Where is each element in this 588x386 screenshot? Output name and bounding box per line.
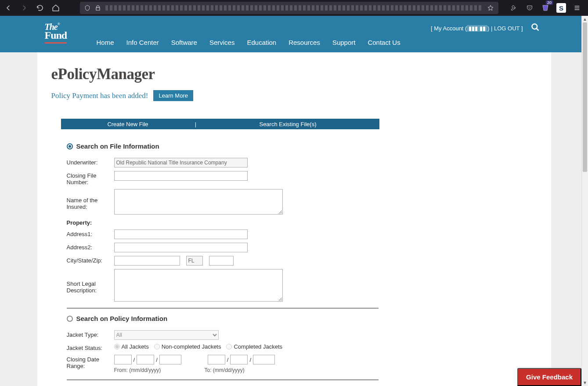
page-body: ePolicyManager Policy Payment has been a… xyxy=(37,52,551,386)
to-hint: To: (mm/dd/yyyy) xyxy=(205,367,245,373)
lock-icon xyxy=(95,5,101,11)
label-insured: Name of the Insured: xyxy=(67,189,114,210)
divider-2 xyxy=(67,379,379,380)
city-input[interactable] xyxy=(114,256,180,266)
notice-message: Policy Payment has been added! xyxy=(51,91,148,100)
address1-input[interactable] xyxy=(114,229,248,239)
radio-completed-jackets[interactable]: Completed Jackets xyxy=(226,343,282,350)
hamburger-icon[interactable] xyxy=(572,3,582,13)
shield-icon xyxy=(84,5,90,11)
underwriter-input xyxy=(114,158,248,168)
from-dd-input[interactable] xyxy=(137,355,154,364)
to-yyyy-input[interactable] xyxy=(253,355,275,364)
nav-education[interactable]: Education xyxy=(247,39,276,46)
to-dd-input[interactable] xyxy=(230,355,248,364)
address-bar[interactable] xyxy=(80,2,498,14)
search-icon[interactable] xyxy=(531,23,540,34)
tab-search-existing-files[interactable]: Search Existing File(s) xyxy=(197,119,379,129)
forward-icon[interactable] xyxy=(19,3,29,13)
logout-link[interactable]: LOG OUT ] xyxy=(494,25,523,32)
badge-count: 20 xyxy=(546,0,553,5)
divider-1 xyxy=(67,308,379,309)
nav-software[interactable]: Software xyxy=(171,39,197,46)
radio-noncompleted-jackets[interactable]: Non-completed Jackets xyxy=(154,343,221,350)
svg-point-0 xyxy=(532,24,537,29)
label-legal-description: Short Legal Description: xyxy=(67,269,114,294)
jacket-type-select[interactable]: All xyxy=(114,330,219,340)
bookmark-star-icon[interactable] xyxy=(487,4,494,11)
legal-description-textarea[interactable] xyxy=(114,269,283,302)
account-code: ▮▮▮ ▮▮ xyxy=(467,25,487,32)
section-file-info-head[interactable]: Search on File Information xyxy=(67,142,379,150)
scroll-up-icon[interactable]: ▲ xyxy=(582,16,588,22)
insured-textarea[interactable] xyxy=(114,189,283,215)
zip-input[interactable] xyxy=(209,256,234,266)
label-city-state-zip: City/State/Zip: xyxy=(67,256,114,264)
url-blurred xyxy=(105,5,483,11)
site-header: The® Fund Home Info Center Software Serv… xyxy=(0,16,588,52)
back-icon[interactable] xyxy=(4,3,13,13)
state-input xyxy=(186,256,203,266)
scroll-thumb[interactable] xyxy=(583,22,587,172)
address2-input[interactable] xyxy=(114,243,248,252)
vertical-scrollbar[interactable]: ▲ ▼ xyxy=(581,16,588,386)
home-icon[interactable] xyxy=(51,3,61,13)
label-jacket-type: Jacket Type: xyxy=(67,330,114,338)
label-property: Property: xyxy=(67,218,114,226)
label-underwriter: Underwriter: xyxy=(67,158,114,166)
nav-services[interactable]: Services xyxy=(209,39,235,46)
site-logo[interactable]: The® Fund xyxy=(45,22,67,44)
account-open: [ My Account ( xyxy=(431,25,467,32)
give-feedback-button[interactable]: Give Feedback xyxy=(517,368,581,386)
action-tabs: Create New File | Search Existing File(s… xyxy=(61,119,379,129)
label-jacket-status: Jacket Status: xyxy=(67,343,114,351)
reload-icon[interactable] xyxy=(35,3,45,13)
date-to-group: / / xyxy=(208,355,275,364)
nav-support[interactable]: Support xyxy=(332,39,356,46)
nav-contact-us[interactable]: Contact Us xyxy=(368,39,400,46)
section-policy-info-head[interactable]: Search on Policy Information xyxy=(67,315,379,322)
pocket-icon[interactable] xyxy=(525,3,534,13)
label-closing-date-range: Closing Date Range: xyxy=(67,355,114,369)
page-title: ePolicyManager xyxy=(51,66,537,83)
account-bar: [ My Account (▮▮▮ ▮▮) | LOG OUT ] xyxy=(431,23,539,34)
label-closing-file: Closing File Number: xyxy=(67,171,114,186)
from-mm-input[interactable] xyxy=(114,355,132,364)
learn-more-button[interactable]: Learn More xyxy=(153,90,193,101)
radio-all-jackets[interactable]: All Jackets xyxy=(114,343,149,350)
extension-icon[interactable]: 20 xyxy=(541,3,550,13)
label-address2: Address2: xyxy=(67,243,114,251)
radio-file-info[interactable] xyxy=(67,143,73,149)
date-from-group: / / xyxy=(114,355,181,364)
tab-create-new-file[interactable]: Create New File xyxy=(61,119,195,129)
label-address1: Address1: xyxy=(67,229,114,237)
scroll-down-icon[interactable]: ▼ xyxy=(582,379,588,386)
nav-info-center[interactable]: Info Center xyxy=(126,39,159,46)
wrench-icon[interactable] xyxy=(509,3,519,13)
primary-nav: Home Info Center Software Services Educa… xyxy=(97,39,400,52)
from-hint: From: (mm/dd/yyyy) xyxy=(114,367,205,373)
closing-file-input[interactable] xyxy=(114,171,248,181)
radio-policy-info[interactable] xyxy=(67,316,73,322)
nav-home[interactable]: Home xyxy=(97,39,114,46)
from-yyyy-input[interactable] xyxy=(159,355,181,364)
browser-chrome: 20 S xyxy=(0,0,588,16)
nav-resources[interactable]: Resources xyxy=(289,39,320,46)
to-mm-input[interactable] xyxy=(208,355,225,364)
s-icon[interactable]: S xyxy=(556,3,566,13)
